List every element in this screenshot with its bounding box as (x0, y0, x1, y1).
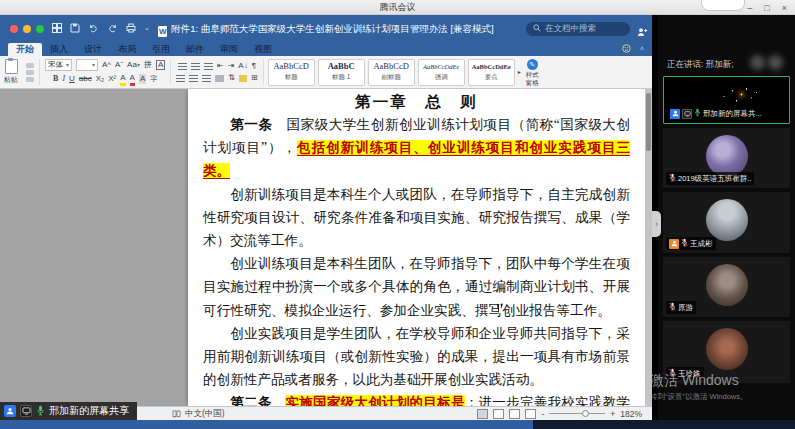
tab-view[interactable]: 视图 (246, 43, 280, 56)
paragraph-article2: 第二条 实施国家级大创计划的目标是：进一步完善我校实践教学体 (203, 391, 630, 406)
maximize-button[interactable]: □ (764, 3, 769, 13)
feedback-smiley-icon[interactable] (622, 44, 631, 55)
line-spacing-button[interactable]: ⇅ (228, 73, 235, 83)
avatar (706, 264, 748, 306)
style-card-emphasis[interactable]: AaBbCcDdEe 强调 (418, 59, 465, 86)
justify-button[interactable] (215, 75, 224, 82)
participant-name: 王成彬 (690, 239, 713, 249)
os-window-title: 腾讯会议 (0, 1, 795, 14)
mic-on-icon (36, 405, 45, 418)
taskbar-active-segment (0, 420, 533, 429)
participant-tile[interactable]: 2019级英语五班崔群.. (663, 128, 790, 188)
search-input[interactable]: 在文档中搜索 (526, 22, 630, 36)
styles-pane-icon: ✎ (527, 59, 538, 70)
avatar (706, 199, 748, 241)
decrease-indent-button[interactable]: ⇤ (217, 61, 224, 71)
screen-share-icon (682, 109, 692, 119)
vertical-scrollbar[interactable] (645, 89, 652, 406)
change-case-button[interactable]: Aa▾ (127, 60, 140, 70)
sidebar-collapse-handle[interactable]: › (652, 211, 661, 237)
document-page[interactable]: 第一章 总 则 第一条 国家级大学生创新创业训练计划项目（简称“国家级大创计划项… (188, 89, 645, 406)
word-window: ⌄ W附件1: 曲阜师范大学国家级大学生创新创业训练计划项目管理办法 [兼容模式… (0, 15, 652, 420)
taskbar (0, 420, 795, 429)
increase-indent-button[interactable]: ⇥ (228, 61, 235, 71)
screen-share-toast: 邢加新的屏幕共享 (0, 402, 137, 420)
character-border-button[interactable]: A (156, 60, 165, 70)
avatar (706, 135, 748, 177)
bold-button[interactable]: B (53, 74, 58, 84)
paragraph-entrepreneurship-training: 创业训练项目是本科生团队，在导师指导下，团队中每个学生在项目实施过程中扮演一个或… (203, 252, 630, 322)
enclose-characters-button[interactable]: 字 (150, 74, 157, 84)
character-shading-button[interactable]: A (139, 74, 146, 84)
host-user-icon (669, 239, 679, 249)
paste-button[interactable]: 粘贴 (0, 56, 22, 88)
clipboard-mini-buttons[interactable] (22, 56, 38, 88)
participant-name: 2019级英语五班崔群.. (678, 174, 751, 184)
mic-muted-icon (669, 173, 676, 184)
font-color-button[interactable]: A (130, 73, 135, 86)
italic-button[interactable]: I (62, 74, 65, 84)
participant-tile[interactable]: 原游 (663, 257, 790, 317)
tab-layout[interactable]: 布局 (110, 43, 144, 56)
shading-button[interactable] (239, 75, 247, 82)
mic-muted-icon (681, 238, 688, 249)
zoom-slider-knob[interactable] (582, 410, 589, 417)
multilevel-list-button[interactable] (204, 63, 213, 70)
styles-more-icon[interactable]: ▸ (518, 67, 521, 77)
document-area: 第一章 总 则 第一条 国家级大学生创新创业训练计划项目（简称“国家级大创计划项… (0, 89, 652, 406)
participant-tile[interactable]: 王成彬 (663, 192, 790, 253)
scrollbar-thumb[interactable] (646, 93, 651, 151)
tab-insert[interactable]: 插入 (42, 43, 76, 56)
close-button[interactable]: × (782, 3, 787, 13)
proofing-icon (172, 410, 181, 418)
subscript-button[interactable]: X₂ (96, 74, 104, 84)
zoom-out-button[interactable]: - (541, 409, 544, 419)
underline-button[interactable]: U (69, 74, 75, 84)
tab-references[interactable]: 引用 (144, 43, 178, 56)
participant-tile[interactable]: 王玲姝 (663, 321, 790, 383)
align-center-button[interactable] (189, 75, 198, 82)
text-highlight-button[interactable]: A (120, 73, 125, 86)
tab-mailings[interactable]: 邮件 (178, 43, 212, 56)
show-marks-button[interactable]: ¶ (252, 61, 256, 71)
shrink-font-button[interactable]: Aˇ (115, 60, 123, 70)
style-card-subtitle[interactable]: AaBbCcD 副标题 (368, 59, 415, 86)
numbering-button[interactable] (191, 63, 200, 70)
speaking-indicator: 正在讲话: 邢加新; (667, 59, 734, 71)
web-layout-icon[interactable] (509, 409, 520, 419)
mic-on-icon (694, 108, 701, 119)
language-status[interactable]: 中文(中国) (172, 408, 225, 420)
bullets-button[interactable] (178, 63, 187, 70)
tab-design[interactable]: 设计 (76, 43, 110, 56)
watermark-blur (768, 55, 783, 70)
align-left-button[interactable] (176, 75, 185, 82)
minimize-button[interactable]: – (747, 3, 752, 13)
styles-pane-button[interactable]: ✎ 样式 窗格 (524, 59, 541, 86)
font-size-select[interactable]: ▾ (76, 59, 98, 71)
style-card-title[interactable]: AaBbCcD 标题 (268, 59, 315, 86)
zoom-in-button[interactable]: + (610, 409, 615, 419)
word-doc-icon: W (158, 26, 167, 37)
superscript-button[interactable]: X² (108, 74, 116, 84)
font-name-select[interactable]: 宋体▾ (45, 59, 72, 71)
participants-sidebar: › 正在讲话: 邢加新; 邢加新的屏幕共... 2019级英语五班崔群.. (658, 15, 795, 420)
tab-review[interactable]: 审阅 (212, 43, 246, 56)
participant-tile-sharer[interactable]: 邢加新的屏幕共... (663, 76, 790, 124)
align-right-button[interactable] (202, 75, 211, 82)
outline-view-icon[interactable] (525, 409, 536, 419)
word-titlebar: ⌄ W附件1: 曲阜师范大学国家级大学生创新创业训练计划项目管理办法 [兼容模式… (0, 15, 652, 43)
style-card-heading1[interactable]: AaBbC 标题 1 (318, 59, 365, 86)
sort-button[interactable]: A↓ (238, 61, 247, 71)
grow-font-button[interactable]: A^ (102, 60, 111, 70)
collapse-ribbon-icon[interactable]: ＾ (638, 44, 646, 55)
style-card-strong[interactable]: AaBbCcDdEe 要点 (468, 59, 515, 86)
borders-button[interactable]: ⊞ (251, 73, 258, 83)
read-mode-icon[interactable] (477, 409, 488, 419)
phonetic-guide-button[interactable]: 拼 (144, 60, 152, 70)
print-layout-icon[interactable] (493, 409, 504, 419)
zoom-level[interactable]: 182% (620, 409, 642, 419)
add-people-icon[interactable] (637, 23, 648, 41)
zoom-slider[interactable] (549, 413, 605, 414)
strikethrough-button[interactable]: abc (79, 74, 92, 84)
tab-home[interactable]: 开始 (8, 43, 42, 56)
